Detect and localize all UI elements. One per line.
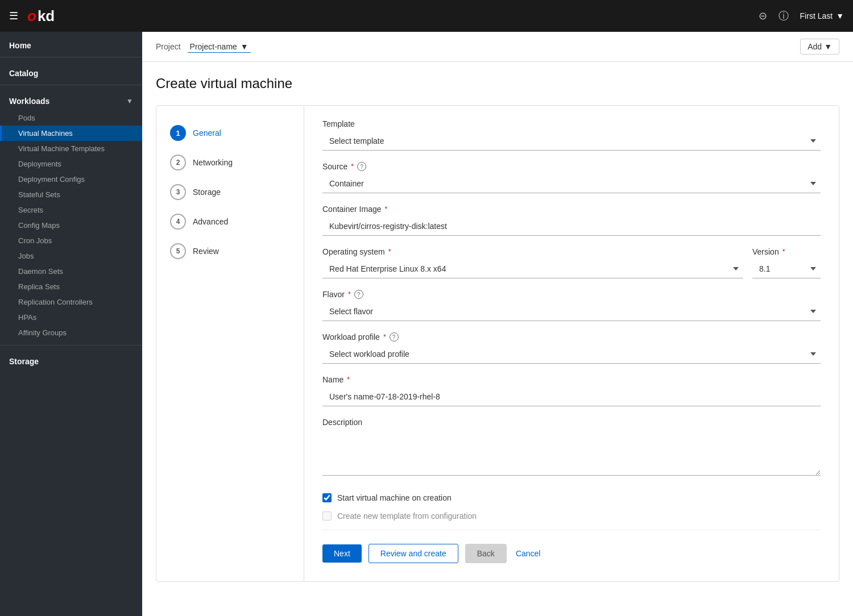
step-5-label: Review bbox=[193, 247, 219, 256]
user-chevron-icon: ▼ bbox=[836, 11, 844, 20]
version-select[interactable]: 8.1 bbox=[752, 260, 821, 278]
sidebar-item-cron-jobs[interactable]: Cron Jobs bbox=[0, 233, 142, 248]
storage-label: Storage bbox=[9, 357, 39, 366]
container-image-label: Container Image * bbox=[322, 205, 821, 214]
source-select[interactable]: Container bbox=[322, 174, 821, 193]
os-select[interactable]: Red Hat Enterprise Linux 8.x x64 bbox=[322, 260, 743, 278]
sidebar-item-jobs[interactable]: Jobs bbox=[0, 248, 142, 264]
sidebar-item-secrets[interactable]: Secrets bbox=[0, 202, 142, 218]
page-title: Create virtual machine bbox=[156, 76, 839, 91]
flavor-label: Flavor * ? bbox=[322, 290, 821, 299]
add-label: Add bbox=[808, 42, 822, 51]
sidebar-workloads[interactable]: Workloads ▼ bbox=[0, 88, 142, 110]
workloads-chevron-icon: ▼ bbox=[126, 97, 133, 105]
step-advanced[interactable]: 4 Advanced bbox=[165, 208, 295, 235]
logo: o kd bbox=[27, 7, 55, 25]
form-panel: Template Select template Source * ? bbox=[304, 106, 839, 581]
step-review[interactable]: 5 Review bbox=[165, 238, 295, 265]
workload-group: Workload profile * ? Select workload pro… bbox=[322, 332, 821, 364]
sidebar-storage[interactable]: Storage bbox=[0, 348, 142, 371]
grid-icon[interactable]: ⊝ bbox=[759, 10, 767, 22]
template-group: Template Select template bbox=[322, 119, 821, 151]
version-field: Version * 8.1 bbox=[752, 247, 821, 278]
form-actions: Next Review and create Back Cancel bbox=[322, 530, 821, 568]
add-chevron-icon: ▼ bbox=[824, 42, 832, 51]
flavor-group: Flavor * ? Select flavor bbox=[322, 290, 821, 321]
logo-o: o bbox=[27, 7, 36, 25]
home-label: Home bbox=[9, 41, 31, 50]
create-template-label: Create new template from configuration bbox=[337, 511, 477, 521]
workload-select[interactable]: Select workload profile bbox=[322, 345, 821, 364]
container-image-group: Container Image * bbox=[322, 205, 821, 236]
step-2-number: 2 bbox=[170, 155, 186, 170]
start-vm-row: Start virtual machine on creation bbox=[322, 489, 821, 507]
sidebar-catalog[interactable]: Catalog bbox=[0, 60, 142, 82]
user-menu[interactable]: First Last ▼ bbox=[800, 11, 844, 20]
os-field: Operating system * Red Hat Enterprise Li… bbox=[322, 247, 743, 278]
sidebar-item-config-maps[interactable]: Config Maps bbox=[0, 218, 142, 233]
project-bar: Project Project-name ▼ Add ▼ bbox=[142, 32, 853, 62]
hamburger-icon[interactable]: ☰ bbox=[9, 10, 18, 22]
sidebar-item-deployment-configs[interactable]: Deployment Configs bbox=[0, 172, 142, 187]
source-required: * bbox=[351, 163, 354, 170]
steps-panel: 1 General 2 Networking 3 Storage 4 Advan… bbox=[156, 106, 304, 581]
container-image-required: * bbox=[385, 205, 388, 213]
step-3-number: 3 bbox=[170, 184, 186, 200]
project-name-chevron-icon: ▼ bbox=[241, 42, 249, 51]
create-template-row: Create new template from configuration bbox=[322, 507, 821, 525]
step-general[interactable]: 1 General bbox=[165, 119, 295, 147]
sidebar: Home Catalog Workloads ▼ Pods Virtual Ma… bbox=[0, 32, 142, 616]
version-required: * bbox=[782, 248, 785, 256]
template-label: Template bbox=[322, 119, 821, 128]
project-name-text: Project-name bbox=[190, 42, 237, 51]
name-required: * bbox=[347, 376, 350, 384]
name-label: Name * bbox=[322, 375, 821, 384]
back-button[interactable]: Back bbox=[465, 544, 507, 563]
sidebar-item-deployments[interactable]: Deployments bbox=[0, 156, 142, 172]
start-vm-checkbox[interactable] bbox=[322, 493, 332, 502]
step-1-number: 1 bbox=[170, 125, 186, 141]
source-help-icon[interactable]: ? bbox=[357, 162, 366, 171]
cancel-button[interactable]: Cancel bbox=[514, 544, 543, 563]
sidebar-item-daemon-sets[interactable]: Daemon Sets bbox=[0, 264, 142, 279]
create-template-checkbox[interactable] bbox=[322, 511, 332, 521]
add-button[interactable]: Add ▼ bbox=[800, 39, 839, 55]
form-card: 1 General 2 Networking 3 Storage 4 Advan… bbox=[156, 105, 839, 582]
next-button[interactable]: Next bbox=[322, 544, 362, 563]
os-label: Operating system * bbox=[322, 247, 743, 256]
step-4-number: 4 bbox=[170, 214, 186, 230]
flavor-select[interactable]: Select flavor bbox=[322, 302, 821, 321]
sidebar-item-hpas[interactable]: HPAs bbox=[0, 310, 142, 325]
start-vm-label[interactable]: Start virtual machine on creation bbox=[337, 493, 452, 502]
template-select[interactable]: Select template bbox=[322, 132, 821, 151]
sidebar-item-replica-sets[interactable]: Replica Sets bbox=[0, 279, 142, 294]
sidebar-item-replication-controllers[interactable]: Replication Controllers bbox=[0, 294, 142, 310]
step-networking[interactable]: 2 Networking bbox=[165, 149, 295, 176]
source-group: Source * ? Container bbox=[322, 162, 821, 193]
sidebar-item-vm-templates[interactable]: Virtual Machine Templates bbox=[0, 141, 142, 156]
logo-kd: kd bbox=[38, 7, 55, 25]
description-textarea[interactable] bbox=[322, 430, 821, 476]
step-5-number: 5 bbox=[170, 243, 186, 259]
topbar: ☰ o kd ⊝ ⓘ First Last ▼ bbox=[0, 0, 853, 32]
project-name-button[interactable]: Project-name ▼ bbox=[188, 41, 251, 53]
workloads-label: Workloads bbox=[9, 97, 49, 106]
step-storage[interactable]: 3 Storage bbox=[165, 178, 295, 206]
container-image-input[interactable] bbox=[322, 217, 821, 236]
review-create-button[interactable]: Review and create bbox=[368, 544, 458, 563]
catalog-label: Catalog bbox=[9, 69, 38, 78]
workload-label: Workload profile * ? bbox=[322, 332, 821, 342]
sidebar-item-stateful-sets[interactable]: Stateful Sets bbox=[0, 187, 142, 202]
description-group: Description bbox=[322, 418, 821, 477]
sidebar-home[interactable]: Home bbox=[0, 32, 142, 55]
workload-help-icon[interactable]: ? bbox=[390, 332, 399, 342]
name-input[interactable] bbox=[322, 388, 821, 406]
help-icon[interactable]: ⓘ bbox=[779, 9, 789, 23]
sidebar-item-affinity-groups[interactable]: Affinity Groups bbox=[0, 325, 142, 340]
sidebar-item-virtual-machines[interactable]: Virtual Machines bbox=[0, 126, 142, 141]
step-3-label: Storage bbox=[193, 188, 221, 197]
flavor-required: * bbox=[348, 290, 351, 298]
flavor-help-icon[interactable]: ? bbox=[354, 290, 363, 299]
workload-required: * bbox=[383, 333, 386, 341]
sidebar-item-pods[interactable]: Pods bbox=[0, 110, 142, 126]
